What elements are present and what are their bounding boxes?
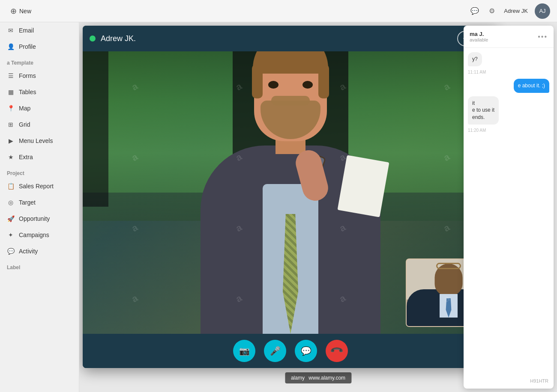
new-button[interactable]: ⊕ New <box>7 5 35 18</box>
sidebar-item-map[interactable]: 📍 Map <box>0 100 79 116</box>
sidebar-item-opportunity[interactable]: 🚀 Opportunity <box>0 211 79 227</box>
campaigns-icon: ✦ <box>7 231 15 239</box>
map-icon: 📍 <box>7 104 15 112</box>
alamy-code: H91HTR <box>530 378 548 383</box>
user-name-label[interactable]: Adrew JK <box>504 8 528 14</box>
alamy-brand: alamy <box>291 375 305 381</box>
sidebar-item-sales-report[interactable]: 📋 Sales Report <box>0 178 79 194</box>
sidebar-item-tables[interactable]: ▦ Tables <box>0 84 79 100</box>
person-hair-right <box>318 64 329 98</box>
sidebar-section-label: Label <box>0 259 79 272</box>
chat-message-text-2: e about it. ;) <box>518 83 545 89</box>
sidebar: ✉ Email 👤 Profile a Template ☰ Forms ▦ T… <box>0 22 79 392</box>
sidebar-item-target[interactable]: ◎ Target <box>0 194 79 211</box>
chat-message-text-1: y? <box>472 56 478 62</box>
video-header: Adrew JK. − <box>83 26 498 51</box>
email-icon: ✉ <box>7 27 15 34</box>
chat-messages-list: y? 11:11 AM e about it. ;) ite to use it… <box>464 48 554 389</box>
extra-icon: ★ <box>7 153 15 161</box>
menu-levels-icon: ▶ <box>7 137 15 145</box>
profile-icon: 👤 <box>7 43 15 50</box>
main-content: a a a a a a a a Adrew JK. − <box>79 22 557 392</box>
chat-header: ma J. available ••• <box>464 26 554 48</box>
chat-panel: ma J. available ••• y? 11:11 AM e about … <box>464 26 554 389</box>
plus-icon: ⊕ <box>10 6 17 16</box>
sidebar-item-grid[interactable]: ⊞ Grid <box>0 116 79 133</box>
target-icon: ◎ <box>7 199 15 206</box>
main-video-background: a a a a a a a a a a a a a a a a <box>83 51 498 334</box>
alamy-url: www.alamy.com <box>308 375 345 381</box>
messages-icon[interactable]: 💬 <box>470 6 480 16</box>
video-controls: 📷 🎤 💬 📞 <box>83 334 498 368</box>
end-call-button[interactable]: 📞 <box>326 340 348 362</box>
pip-glasses <box>436 263 461 269</box>
sidebar-label-activity: Activity <box>19 248 38 255</box>
mic-icon: 🎤 <box>270 346 281 356</box>
sidebar-label-email: Email <box>19 27 34 34</box>
online-status-indicator <box>90 36 96 42</box>
sidebar-label-menu-levels: Menu Levels <box>19 137 53 144</box>
left-eye <box>268 81 278 89</box>
sidebar-label-opportunity: Opportunity <box>19 215 50 222</box>
sidebar-item-email[interactable]: ✉ Email <box>0 22 79 39</box>
video-body: a a a a a a a a a a a a a a a a <box>83 51 498 334</box>
chat-message-received-1: y? <box>468 52 482 66</box>
opportunity-icon: 🚀 <box>7 215 15 223</box>
user-avatar[interactable]: AJ <box>535 3 550 19</box>
sidebar-section-template: a Template <box>0 55 79 68</box>
sidebar-label-forms: Forms <box>19 72 36 79</box>
avatar-initials: AJ <box>539 8 545 14</box>
chat-timestamp-1: 11:11 AM <box>468 70 486 74</box>
sidebar-label-tables: Tables <box>19 89 36 95</box>
caller-name: Adrew JK. <box>101 34 454 43</box>
chat-user-status: available <box>470 37 488 42</box>
camera-icon: 📷 <box>239 346 250 356</box>
sidebar-label-campaigns: Campaigns <box>19 232 49 238</box>
chat-user-name: ma J. <box>470 31 488 37</box>
chat-toggle-button[interactable]: 💬 <box>295 340 317 362</box>
video-call-window: Adrew JK. − <box>83 26 498 368</box>
sales-report-icon: 📋 <box>7 182 15 190</box>
sidebar-label-map: Map <box>19 105 30 112</box>
sidebar-item-forms[interactable]: ☰ Forms <box>0 68 79 84</box>
chat-more-options-button[interactable]: ••• <box>538 33 548 41</box>
sidebar-item-menu-levels[interactable]: ▶ Menu Levels <box>0 133 79 149</box>
sidebar-label-target: Target <box>19 199 36 206</box>
right-eye <box>302 81 313 89</box>
sidebar-label-sales-report: Sales Report <box>19 183 54 190</box>
mic-toggle-button[interactable]: 🎤 <box>264 340 286 362</box>
person-mustache <box>271 96 310 105</box>
top-bar: ⊕ New 💬 ⚙ Adrew JK AJ <box>0 0 557 22</box>
tables-icon: ▦ <box>7 88 15 96</box>
chat-user-info: ma J. available <box>470 31 488 42</box>
sidebar-item-campaigns[interactable]: ✦ Campaigns <box>0 227 79 243</box>
end-call-icon: 📞 <box>329 344 344 359</box>
settings-icon[interactable]: ⚙ <box>487 6 497 16</box>
person-hair-left <box>252 64 263 98</box>
sidebar-item-extra[interactable]: ★ Extra <box>0 149 79 165</box>
sidebar-label-grid: Grid <box>19 121 30 128</box>
sidebar-label-profile: Profile <box>19 43 36 50</box>
person-hair <box>253 51 328 74</box>
alamy-watermark: alamy www.alamy.com <box>285 372 351 383</box>
chat-icon: 💬 <box>301 346 311 356</box>
activity-icon: 💬 <box>7 247 15 255</box>
chat-message-sent-1: e about it. ;) <box>514 79 549 93</box>
chat-timestamp-2: 11:20 AM <box>468 128 486 133</box>
sidebar-label-extra: Extra <box>19 154 33 160</box>
chat-message-received-2: ite to use itends. <box>468 96 499 125</box>
grid-icon: ⊞ <box>7 121 15 128</box>
new-label: New <box>19 8 31 15</box>
top-bar-right: 💬 ⚙ Adrew JK AJ <box>470 3 550 19</box>
video-toggle-button[interactable]: 📷 <box>233 340 255 362</box>
sidebar-section-project: Project <box>0 165 79 178</box>
forms-icon: ☰ <box>7 72 15 80</box>
sidebar-item-activity[interactable]: 💬 Activity <box>0 243 79 259</box>
sidebar-item-profile[interactable]: 👤 Profile <box>0 39 79 55</box>
chat-message-text-3: ite to use itends. <box>472 100 494 121</box>
